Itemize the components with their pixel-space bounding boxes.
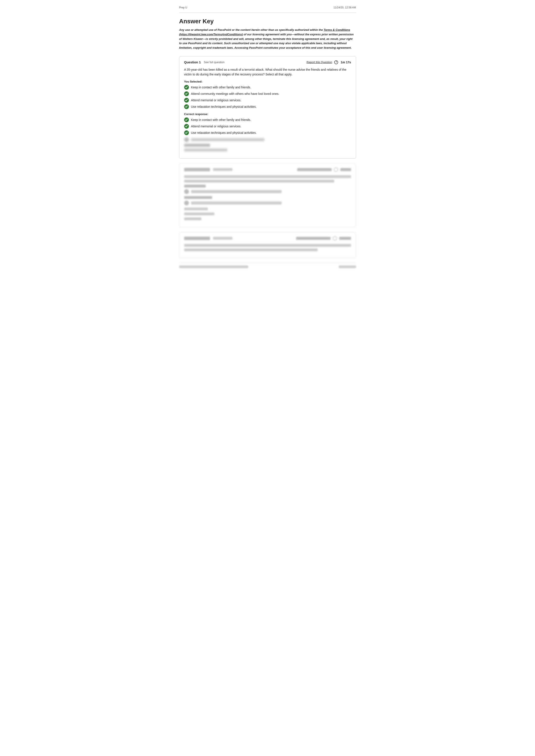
check-icon	[184, 98, 189, 103]
correct-response-list: Keep in contact with other family and fr…	[184, 118, 351, 135]
question-1-header: Question 1 See full question Report this…	[184, 60, 351, 64]
answer-item: Attend community meetings with others wh…	[184, 92, 351, 96]
answer-text: Attend memorial or religious services.	[191, 98, 241, 102]
timer-text: 1m 17s	[341, 61, 351, 64]
question-1-body: A 35-year-old has been killed as a resul…	[184, 67, 351, 77]
terms-link[interactable]: Terms & Conditions (https://thepoint.lww…	[179, 28, 350, 36]
you-selected-list: Keep in contact with other family and fr…	[184, 85, 351, 109]
answer-item: Keep in contact with other family and fr…	[184, 118, 351, 122]
footer-right	[339, 265, 356, 268]
answer-text: Use relaxation techniques and physical a…	[191, 105, 257, 108]
answer-text: Keep in contact with other family and fr…	[191, 118, 251, 122]
check-icon	[184, 130, 189, 135]
header-bar: Prep U 11/24/20, 12:58 AM	[179, 4, 356, 13]
report-question-link[interactable]: Report this Question	[307, 61, 332, 64]
page-title: Answer Key	[179, 18, 356, 25]
disclaimer: Any use or attempted use of PassPoint or…	[179, 28, 356, 50]
check-icon	[184, 104, 189, 109]
check-icon	[184, 124, 189, 129]
question-1-header-left: Question 1 See full question	[184, 60, 225, 64]
question-1-header-right: Report this Question 1m 17s	[307, 60, 351, 64]
question-3-card	[179, 232, 356, 258]
question-1-label: Question 1	[184, 60, 201, 64]
check-icon	[184, 92, 189, 96]
timer-icon	[334, 60, 338, 64]
answer-text: Use relaxation techniques and physical a…	[191, 131, 257, 134]
answer-text: Attend community meetings with others wh…	[191, 92, 279, 95]
check-icon	[184, 85, 189, 90]
blurred-explanation-label	[184, 144, 351, 151]
answer-item: Attend memorial or religious services.	[184, 98, 351, 103]
answer-item: Attend memorial or religious services.	[184, 124, 351, 129]
you-selected-label: You Selected:	[184, 80, 351, 83]
blurred-incorrect-item	[184, 137, 351, 142]
app-name: Prep U	[179, 6, 187, 9]
check-icon	[184, 118, 189, 122]
answer-text: Keep in contact with other family and fr…	[191, 86, 251, 89]
answer-item: Keep in contact with other family and fr…	[184, 85, 351, 90]
correct-response-label: Correct response:	[184, 113, 351, 116]
answer-text: Attend memorial or religious services.	[191, 124, 241, 128]
question-1-see-full[interactable]: See full question	[204, 61, 224, 64]
datetime: 11/24/20, 12:58 AM	[333, 6, 356, 9]
answer-item: Use relaxation techniques and physical a…	[184, 130, 351, 135]
question-2-card	[179, 163, 356, 228]
answer-item: Use relaxation techniques and physical a…	[184, 104, 351, 109]
footer	[179, 263, 356, 268]
footer-left	[179, 265, 248, 268]
question-1-card: Question 1 See full question Report this…	[179, 56, 356, 159]
